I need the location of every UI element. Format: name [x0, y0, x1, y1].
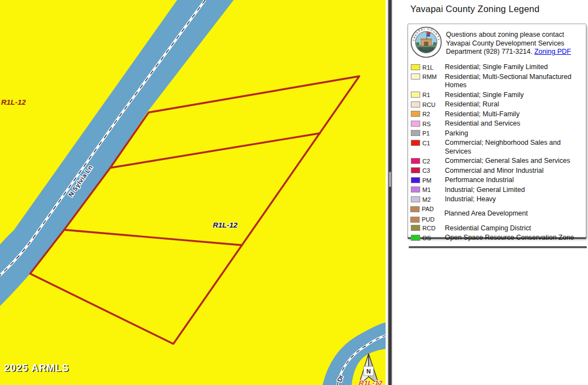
zone-desc-pad-pud: Planned Area Development: [444, 210, 586, 218]
legend-row-pm: PM Performance Industrial: [410, 176, 586, 185]
yavapai-county-seal-icon: YAVAPAI COUNTY ARIZONA: [410, 26, 442, 58]
zone-code-rmm: RMM: [420, 73, 445, 81]
zone-swatch-rs: [411, 121, 420, 127]
zoning-pdf-link[interactable]: Zoning PDF: [534, 48, 571, 55]
zone-desc-c2: Commercial; General Sales and Services: [445, 157, 586, 166]
zone-code-m2: M2: [420, 196, 445, 203]
zone-swatch-rmm: [411, 73, 420, 80]
zone-desc-rcu: Residential; Rural: [445, 100, 586, 109]
zone-swatch-rcu: [411, 101, 420, 107]
zone-desc-m2: Industrial; Heavy: [445, 195, 586, 204]
legend-row-c3: C3 Commercial and Minor Industrial: [410, 167, 586, 175]
zone-swatch-p1: [411, 130, 420, 136]
zone-swatch-pud: [410, 217, 420, 223]
zone-code-rcu: RCU: [420, 101, 445, 109]
legend-box: YAVAPAI COUNTY ARIZONA Questions about z…: [408, 24, 586, 237]
legend-panel: Yavapai County Zoning Legend: [392, 0, 588, 385]
legend-row-r2: R2 Residential; Multi-Family: [410, 110, 586, 119]
zone-desc-pm: Performance Industrial: [445, 176, 586, 185]
zone-desc-r1l: Residential; Single Family Limited: [445, 63, 586, 72]
zone-code-rcd: RCD: [420, 224, 445, 232]
legend-row-rcd: RCD Residential Camping District: [410, 224, 586, 233]
zone-code-m1: M1: [420, 186, 445, 194]
panel-divider-handle[interactable]: [389, 172, 391, 187]
zone-label-left: R1L-12: [1, 98, 26, 106]
zone-swatch-c3: [411, 167, 420, 173]
zone-desc-r2: Residential; Multi-Family: [445, 110, 586, 119]
legend-row-os: OS Open Space Resource Conservation Zone: [410, 234, 586, 242]
zone-swatch-pm: [411, 177, 420, 183]
legend-row-p1: P1 Parking: [410, 129, 586, 138]
zone-swatch-pad: [410, 206, 420, 212]
zone-desc-rs: Residential and Services: [445, 120, 586, 128]
contact-line-2: Yavapai County Development Services: [446, 39, 564, 47]
zone-code-r1: R1: [420, 91, 445, 99]
zone-desc-m1: Industrial; General Limited: [445, 186, 586, 195]
legend-row-r1: R1 Residential; Single Family: [410, 91, 586, 100]
zone-desc-os: Open Space Resource Conservation Zone: [445, 234, 586, 242]
contact-text: Questions about zoning please contact Ya…: [446, 31, 571, 56]
zone-swatch-c1: [411, 140, 420, 146]
zoning-map[interactable]: R1L-12 R1L-12 N Sylvia Ln Dr N R1L-12 20…: [0, 0, 386, 385]
zone-code-pud: PUD: [420, 216, 444, 223]
zone-code-r1l: R1L: [420, 64, 445, 71]
zone-code-c3: C3: [420, 167, 445, 174]
legend-row-c1: C1 Commercial; Neighborhood Sales and Se…: [410, 139, 586, 156]
legend-row-pad-pud: PAD PUD Planned Area Development: [410, 205, 586, 223]
legend-rows: R1L Residential; Single Family Limited R…: [410, 63, 586, 242]
legend-row-r1l: R1L Residential; Single Family Limited: [410, 63, 586, 72]
legend-row-rcu: RCU Residential; Rural: [410, 100, 586, 109]
zone-label-bottom-right: R1L-12: [359, 379, 383, 385]
zone-desc-p1: Parking: [445, 129, 586, 138]
zone-swatch-m1: [411, 186, 420, 192]
legend-row-m2: M2 Industrial; Heavy: [410, 195, 586, 204]
panel-separator: [409, 246, 587, 248]
zone-swatch-r2: [411, 111, 420, 117]
legend-row-rs: RS Residential and Services: [410, 120, 586, 128]
panel-divider: [388, 0, 392, 385]
zone-desc-r1: Residential; Single Family: [445, 91, 586, 100]
zone-desc-rmm: Residential; Multi-Sectional Manufacture…: [445, 73, 586, 90]
legend-row-c2: C2 Commercial; General Sales and Service…: [410, 157, 586, 166]
zone-swatch-os: [411, 235, 420, 241]
zone-desc-c1: Commercial; Neighborhood Sales and Servi…: [445, 139, 586, 156]
zone-code-rs: RS: [420, 120, 445, 128]
zone-swatch-r1l: [411, 64, 420, 70]
zone-code-os: OS: [420, 234, 445, 242]
zone-label-center: R1L-12: [213, 221, 238, 229]
legend-title: Yavapai County Zoning Legend: [410, 4, 540, 14]
zone-swatch-m2: [411, 196, 420, 202]
contact-line-3: Department (928) 771-3214.: [446, 48, 534, 55]
attribution-watermark: 2025 ARMLS: [4, 363, 69, 373]
legend-row-rmm: RMM Residential; Multi-Sectional Manufac…: [410, 73, 586, 90]
zone-swatch-r1: [411, 92, 420, 98]
legend-row-m1: M1 Industrial; General Limited: [410, 186, 586, 195]
zone-swatch-c2: [411, 158, 420, 164]
north-arrow-label: N: [366, 368, 371, 375]
zone-code-c1: C1: [420, 139, 445, 147]
zone-desc-rcd: Residential Camping District: [445, 224, 586, 233]
zone-swatch-rcd: [411, 225, 420, 231]
zone-code-pm: PM: [420, 177, 445, 184]
zone-code-pad: PAD: [420, 205, 444, 213]
zone-code-p1: P1: [420, 129, 445, 137]
zone-code-c2: C2: [420, 157, 445, 165]
zone-desc-c3: Commercial and Minor Industrial: [445, 167, 586, 175]
zone-code-r2: R2: [420, 110, 445, 118]
contact-line-1: Questions about zoning please contact: [446, 31, 564, 38]
